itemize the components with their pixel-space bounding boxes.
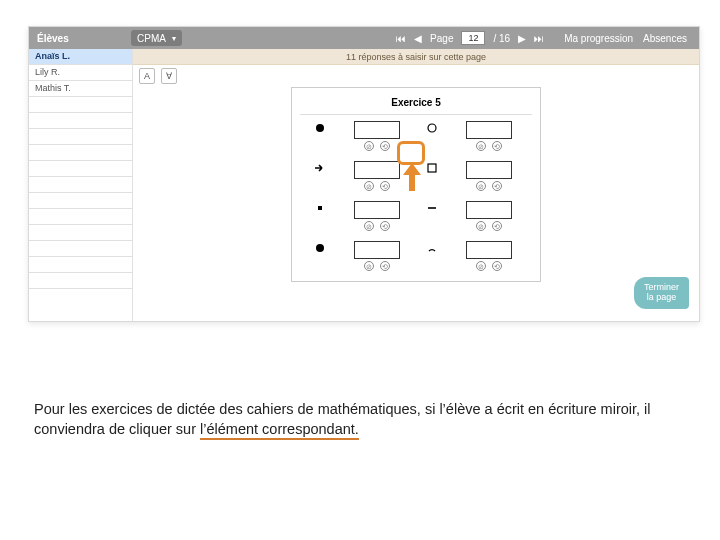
class-dropdown[interactable]: CPMA ▾ [131,30,182,46]
answer-controls: ⊘⟲ [476,181,502,191]
answer-box[interactable] [466,161,512,179]
normal-write-button[interactable]: A [139,68,155,84]
answer-cell: ⊘⟲ [459,201,519,231]
main-area: Anaïs L. Lily R. Mathis T. 11 réponses à… [29,49,699,321]
answers-remaining-bar: 11 réponses à saisir sur cette page [133,49,699,65]
svg-rect-3 [318,206,322,210]
answer-box[interactable] [354,201,400,219]
content-area: 11 réponses à saisir sur cette page A Ɐ … [133,49,699,321]
answer-mode-toolbar: A Ɐ [133,65,699,87]
instruction-caption: Pour les exercices de dictée des cahiers… [34,400,674,439]
exercise-grid: ⊘⟲⊘⟲⊘⟲⊘⟲⊘⟲⊘⟲⊘⟲⊘⟲ [300,121,532,271]
answer-cell: ⊘⟲ [347,161,407,191]
answer-controls: ⊘⟲ [476,221,502,231]
answer-controls: ⊘⟲ [476,141,502,151]
tab-progression[interactable]: Ma progression [564,33,633,44]
mirror-icon[interactable]: ⟲ [380,261,390,271]
mirror-icon[interactable]: ⟲ [492,141,502,151]
sidebar-item-empty [29,273,132,289]
answer-box[interactable] [466,241,512,259]
finish-page-button[interactable]: Terminer la page [634,277,689,309]
mirror-icon[interactable]: ⟲ [492,181,502,191]
finish-line2: la page [644,293,679,303]
prompt-half-circle-icon [425,241,439,255]
sidebar-item-empty [29,225,132,241]
prompt-circle-filled-icon [313,121,327,135]
mirror-icon[interactable]: ⟲ [492,221,502,231]
svg-point-1 [428,124,436,132]
sidebar-item-empty [29,177,132,193]
topbar-tabs: Ma progression Absences [552,33,699,44]
page-total: / 16 [493,33,510,44]
skip-icon[interactable]: ⊘ [476,141,486,151]
page-input[interactable] [461,31,485,45]
sidebar-item-empty [29,129,132,145]
answer-cell: ⊘⟲ [347,241,407,271]
chevron-down-icon: ▾ [172,34,176,43]
skip-icon[interactable]: ⊘ [364,261,374,271]
answer-box[interactable] [354,121,400,139]
answer-controls: ⊘⟲ [476,261,502,271]
answer-box[interactable] [466,121,512,139]
class-dropdown-label: CPMA [137,33,166,44]
page-label: Page [430,33,453,44]
prompt-dash-icon [425,201,439,215]
prompt-square-small-icon [313,201,327,215]
mirror-icon[interactable]: ⟲ [380,181,390,191]
sidebar-item-empty [29,97,132,113]
skip-icon[interactable]: ⊘ [364,141,374,151]
answer-controls: ⊘⟲ [364,141,390,151]
mirror-icon[interactable]: ⟲ [492,261,502,271]
prompt-circle-filled-icon [313,241,327,255]
student-sidebar: Anaïs L. Lily R. Mathis T. [29,49,133,321]
mirror-icon[interactable]: ⟲ [380,221,390,231]
sidebar-item-empty [29,193,132,209]
sidebar-item-student[interactable]: Anaïs L. [29,49,132,65]
eleves-header: Élèves [29,27,125,49]
answer-cell: ⊘⟲ [347,201,407,231]
skip-icon[interactable]: ⊘ [364,221,374,231]
skip-icon[interactable]: ⊘ [476,221,486,231]
sidebar-item-empty [29,145,132,161]
sidebar-item-empty [29,113,132,129]
worksheet: Exercice 5 ⊘⟲⊘⟲⊘⟲⊘⟲⊘⟲⊘⟲⊘⟲⊘⟲ [291,87,541,282]
answer-cell: ⊘⟲ [347,121,407,151]
skip-icon[interactable]: ⊘ [476,181,486,191]
sidebar-item-empty [29,257,132,273]
nav-next-icon[interactable]: ▶ [518,33,526,44]
answer-cell: ⊘⟲ [459,121,519,151]
page-nav: ⏮ ◀ Page / 16 ▶ ⏭ [388,31,552,45]
answer-cell: ⊘⟲ [459,241,519,271]
app-frame: Élèves CPMA ▾ ⏮ ◀ Page / 16 ▶ ⏭ Ma progr… [28,26,700,322]
exercise-title: Exercice 5 [300,94,532,115]
sidebar-item-student[interactable]: Lily R. [29,65,132,81]
worksheet-wrap: Exercice 5 ⊘⟲⊘⟲⊘⟲⊘⟲⊘⟲⊘⟲⊘⟲⊘⟲ Terminer la … [133,87,699,321]
answer-box[interactable] [466,201,512,219]
mirror-write-button[interactable]: Ɐ [161,68,177,84]
skip-icon[interactable]: ⊘ [364,181,374,191]
svg-rect-2 [428,164,436,172]
answer-box[interactable] [354,241,400,259]
skip-icon[interactable]: ⊘ [476,261,486,271]
nav-last-icon[interactable]: ⏭ [534,33,544,44]
mirror-icon[interactable]: ⟲ [380,141,390,151]
prompt-circle-outline-icon [425,121,439,135]
prompt-arrow-right-icon [313,161,327,175]
answer-controls: ⊘⟲ [364,261,390,271]
answer-controls: ⊘⟲ [364,221,390,231]
sidebar-item-student[interactable]: Mathis T. [29,81,132,97]
answer-cell: ⊘⟲ [459,161,519,191]
prompt-square-big-icon [425,161,439,175]
sidebar-item-empty [29,161,132,177]
topbar: Élèves CPMA ▾ ⏮ ◀ Page / 16 ▶ ⏭ Ma progr… [29,27,699,49]
answer-box[interactable] [354,161,400,179]
nav-prev-icon[interactable]: ◀ [414,33,422,44]
answer-controls: ⊘⟲ [364,181,390,191]
svg-point-0 [316,124,324,132]
nav-first-icon[interactable]: ⏮ [396,33,406,44]
tab-absences[interactable]: Absences [643,33,687,44]
sidebar-item-empty [29,209,132,225]
svg-point-5 [316,244,324,252]
sidebar-item-empty [29,241,132,257]
finish-line1: Terminer [644,282,679,292]
